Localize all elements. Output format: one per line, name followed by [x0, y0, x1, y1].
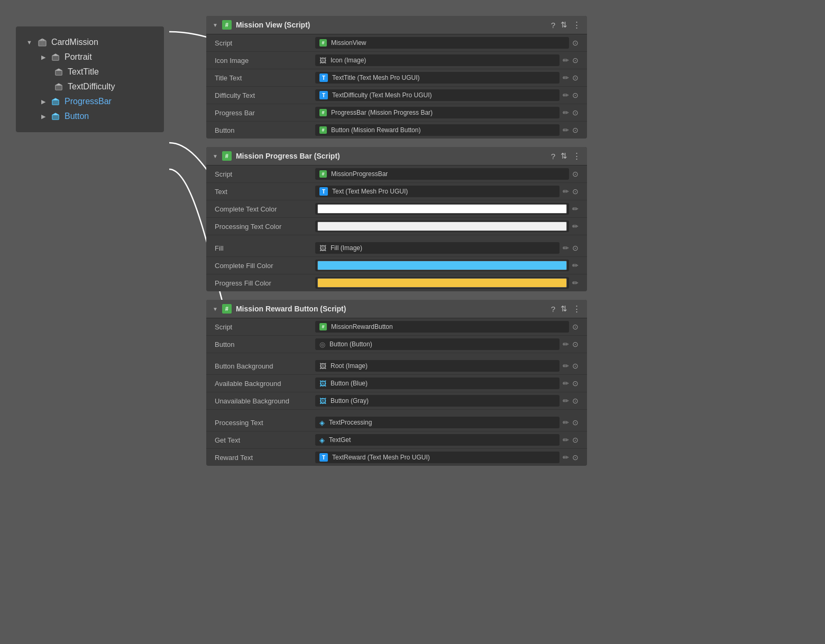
mv-pencil-progressbar[interactable]: ✏	[563, 108, 569, 117]
mpb-row-text: Text T Text (Text Mesh Pro UGUI) ✏ ⊙	[206, 183, 587, 200]
mv-row-difficulty: Difficulty Text T TextDifficulty (Text M…	[206, 87, 587, 104]
mpb-pencil-complete-fill[interactable]: ✏	[572, 261, 579, 270]
mv-sliders-icon[interactable]: ⇅	[561, 20, 567, 30]
hierarchy-texttitle[interactable]: TextTitle	[26, 65, 153, 79]
mpb-question-icon[interactable]: ?	[551, 152, 555, 161]
mv-pencil-button[interactable]: ✏	[563, 126, 569, 134]
hierarchy-button[interactable]: ▶ Button	[26, 109, 153, 124]
mpb-collapse-icon[interactable]: ▼	[213, 153, 218, 159]
hierarchy-portrait[interactable]: ▶ Portrait	[26, 50, 153, 65]
mrb-target-button-bg[interactable]: ⊙	[572, 362, 579, 370]
mrb-pencil-unavailable-bg[interactable]: ✏	[563, 397, 569, 405]
mpb-actions-fill: ✏ ⊙	[563, 244, 579, 252]
mrb-label-processing-text: Processing Text	[215, 419, 315, 427]
mv-target-script[interactable]: ⊙	[572, 39, 579, 47]
mrb-target-get-text[interactable]: ⊙	[572, 436, 579, 444]
mrb-target-script[interactable]: ⊙	[572, 323, 579, 331]
mpb-swatch-complete-text[interactable]	[317, 204, 567, 214]
mpb-row-complete-fill-color: Complete Fill Color ✏	[206, 257, 587, 274]
mrb-actions-button-bg: ✏ ⊙	[563, 362, 579, 370]
button-label: Button	[65, 112, 89, 121]
mv-title-text: TextTitle (Text Mesh Pro UGUI)	[332, 74, 555, 81]
right-panels: ▼ # Mission View (Script) ? ⇅ ⋮ Script #…	[206, 16, 587, 466]
mv-target-title[interactable]: ⊙	[572, 73, 579, 82]
mpb-target-text[interactable]: ⊙	[572, 187, 579, 196]
mrb-pencil-button-bg[interactable]: ✏	[563, 362, 569, 370]
texttitle-cube-icon	[54, 67, 63, 77]
mpb-swatch-progress-fill[interactable]	[317, 278, 567, 288]
mv-pencil-icon[interactable]: ✏	[563, 56, 569, 65]
mpb-label-fill: Fill	[215, 244, 315, 252]
mv-target-progressbar[interactable]: ⊙	[572, 108, 579, 117]
mrb-sliders-icon[interactable]: ⇅	[561, 304, 567, 314]
mpb-value-complete-text-color[interactable]	[315, 203, 569, 215]
mpb-label-complete-fill-color: Complete Fill Color	[215, 262, 315, 270]
mpb-actions-progress-fill: ✏	[572, 279, 579, 287]
hierarchy-root[interactable]: ▼ CardMission	[26, 35, 153, 50]
mpb-sliders-icon[interactable]: ⇅	[561, 151, 567, 161]
mv-value-icon: 🖼 Icon (Image)	[315, 54, 560, 66]
mpb-pencil-complete-text[interactable]: ✏	[572, 205, 579, 213]
mpb-pencil-text[interactable]: ✏	[563, 187, 569, 196]
mv-target-difficulty[interactable]: ⊙	[572, 91, 579, 99]
mpb-value-progress-fill-color[interactable]	[315, 277, 569, 289]
mrb-target-unavailable-bg[interactable]: ⊙	[572, 397, 579, 405]
mv-title: Mission View (Script)	[236, 21, 547, 29]
button-triangle[interactable]: ▶	[41, 113, 45, 120]
mrb-header-icons: ? ⇅ ⋮	[551, 304, 581, 314]
mpb-pencil-fill[interactable]: ✏	[563, 244, 569, 252]
mrb-target-button[interactable]: ⊙	[572, 340, 579, 348]
mpb-swatch-processing-text[interactable]	[317, 222, 567, 231]
mrb-pencil-processing-text[interactable]: ✏	[563, 418, 569, 427]
hierarchy-textdifficulty[interactable]: TextDifficulty	[26, 79, 153, 94]
mv-pencil-title[interactable]: ✏	[563, 73, 569, 82]
mv-question-icon[interactable]: ?	[551, 21, 555, 30]
mv-header-icons: ? ⇅ ⋮	[551, 20, 581, 30]
mrb-label-available-bg: Available Background	[215, 380, 315, 388]
mv-actions-progressbar: ✏ ⊙	[563, 108, 579, 117]
mrb-pencil-available-bg[interactable]: ✏	[563, 379, 569, 388]
mpb-more-icon[interactable]: ⋮	[573, 151, 581, 161]
mpb-pencil-progress-fill[interactable]: ✏	[572, 279, 579, 287]
hierarchy-progressbar[interactable]: ▶ ProgressBar	[26, 94, 153, 109]
progressbar-triangle[interactable]: ▶	[41, 98, 45, 105]
mpb-hash-badge: #	[222, 151, 232, 161]
mrb-target-reward-text[interactable]: ⊙	[572, 453, 579, 462]
mrb-t-reward: T	[319, 453, 328, 462]
mv-collapse-icon[interactable]: ▼	[213, 22, 218, 28]
mv-value-script: # MissionView	[315, 37, 569, 49]
mv-label-title: Title Text	[215, 74, 315, 82]
mv-hash-badge: #	[222, 20, 232, 30]
mrb-target-processing-text[interactable]: ⊙	[572, 418, 579, 427]
mrb-pencil-reward-text[interactable]: ✏	[563, 453, 569, 462]
mpb-target-fill[interactable]: ⊙	[572, 244, 579, 252]
mv-target-button[interactable]: ⊙	[572, 126, 579, 134]
mrb-value-button: ◎ Button (Button)	[315, 338, 560, 350]
mv-pencil-difficulty[interactable]: ✏	[563, 91, 569, 99]
mrb-label-reward-text: Reward Text	[215, 454, 315, 462]
mrb-question-icon[interactable]: ?	[551, 305, 555, 314]
collapse-triangle[interactable]: ▼	[26, 39, 32, 45]
mpb-row-fill: Fill 🖼 Fill (Image) ✏ ⊙	[206, 240, 587, 257]
mrb-more-icon[interactable]: ⋮	[573, 304, 581, 314]
mpb-value-complete-fill-color[interactable]	[315, 260, 569, 271]
mv-label-button: Button	[215, 126, 315, 134]
mrb-collapse-icon[interactable]: ▼	[213, 306, 218, 312]
mpb-swatch-complete-fill[interactable]	[317, 261, 567, 270]
mpb-row-script: Script # MissionProgressBar ⊙	[206, 165, 587, 183]
mv-more-icon[interactable]: ⋮	[573, 20, 581, 30]
mrb-cube-get: ◈	[319, 436, 325, 444]
mv-button-text: Button (Mission Reward Button)	[331, 126, 555, 134]
mpb-target-script[interactable]: ⊙	[572, 170, 579, 178]
mpb-value-processing-text-color[interactable]	[315, 220, 569, 232]
mrb-pencil-button[interactable]: ✏	[563, 340, 569, 348]
mv-target-icon[interactable]: ⊙	[572, 56, 579, 65]
portrait-triangle[interactable]: ▶	[41, 54, 45, 61]
mrb-pencil-get-text[interactable]: ✏	[563, 436, 569, 444]
svg-marker-19	[52, 113, 59, 115]
mv-t-difficulty: T	[319, 91, 328, 99]
mv-actions-script: ⊙	[572, 39, 579, 47]
mrb-target-available-bg[interactable]: ⊙	[572, 379, 579, 388]
mpb-text-val: Text (Text Mesh Pro UGUI)	[332, 188, 555, 195]
mpb-pencil-processing-text[interactable]: ✏	[572, 222, 579, 231]
